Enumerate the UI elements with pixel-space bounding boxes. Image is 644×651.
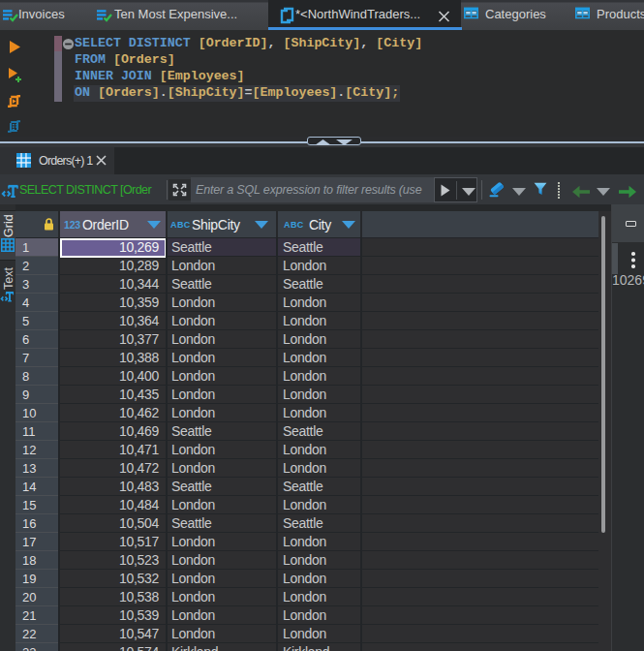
svg-text:Text: Text [2,267,15,290]
svg-text:Grid: Grid [2,214,15,237]
